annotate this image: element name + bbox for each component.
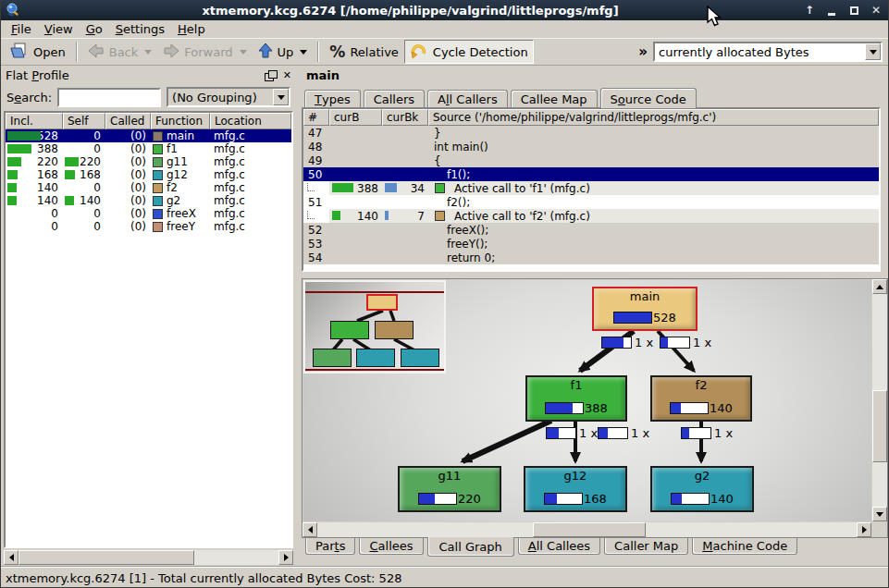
dock-close-icon[interactable]: ✕ [283,69,291,81]
tab-source-code[interactable]: Source Code [600,88,697,108]
active-call-line[interactable]: 388 34 Active call to 'f1' (mfg.c) [303,181,879,195]
tab-caller-map[interactable]: Caller Map [604,538,688,555]
shade-window-icon[interactable]: ↑ [802,3,817,18]
call-graph-canvas[interactable]: main 528 f1 388 f2 140 g11 220 [303,280,871,521]
table-row[interactable]: 220 220 (0) g11 mfg.c [6,155,291,168]
graph-node-g12[interactable]: g12 168 [524,466,627,512]
forward-dropdown-icon[interactable] [240,50,247,55]
tab-machine-code[interactable]: Machine Code [692,538,797,555]
search-input[interactable] [57,88,161,107]
source-line[interactable]: 47 } [303,126,879,140]
scrollbar-track[interactable] [194,550,278,565]
vertical-scrollbar[interactable] [872,279,887,521]
scrollbar-thumb[interactable] [533,522,646,537]
table-row[interactable]: 168 168 (0) g12 mfg.c [6,168,291,181]
menu-help[interactable]: Help [171,21,212,37]
source-line[interactable]: 53 freeY(); [303,237,879,251]
combo-dropdown-button[interactable] [273,89,289,105]
tree-branch-icon [307,211,315,219]
scroll-up-button[interactable] [872,279,887,294]
graph-overview-minimap[interactable] [303,280,446,374]
tab-types[interactable]: Types [304,90,361,107]
horizontal-scrollbar[interactable] [4,550,293,565]
source-line[interactable]: 48 int main() [303,140,879,153]
scroll-left-button[interactable] [4,550,19,565]
back-dropdown-icon[interactable] [144,50,152,55]
edge-label-main-f2[interactable]: 1 x [660,336,711,349]
scrollbar-thumb[interactable] [19,550,194,565]
graph-node-label: g2 [695,469,710,483]
maximize-icon[interactable] [846,3,861,18]
column-header-function[interactable]: Function [151,113,210,129]
source-line[interactable]: 52 freeX(); [303,223,879,237]
scroll-right-button[interactable] [857,522,871,537]
graph-node-g2[interactable]: g2 140 [650,466,754,512]
scroll-right-button[interactable] [278,550,293,565]
scroll-left-button[interactable] [303,522,317,537]
edge-label-f1-g11[interactable]: 1 x [546,426,598,440]
application-window: xtmemory.kcg.6274 [/home/philippe/valgri… [0,0,889,588]
source-line[interactable]: 51 f2(); [303,195,879,209]
selected-function-title: main [302,66,888,87]
up-button[interactable]: Up [253,40,314,64]
menu-settings[interactable]: Settings [109,21,171,37]
scrollbar-thumb[interactable] [872,390,887,462]
column-header-source[interactable]: Source ('/home/philippe/valgrind/littlep… [428,109,879,126]
graph-node-f1[interactable]: f1 388 [525,375,627,422]
up-dropdown-icon[interactable] [300,50,307,55]
call-count: 1 x [635,336,653,349]
horizontal-splitter[interactable] [302,272,888,278]
table-row[interactable]: 140 140 (0) g2 mfg.c [6,194,291,207]
menu-go[interactable]: Go [80,21,109,37]
graph-node-main[interactable]: main 528 [592,287,698,331]
cycle-detection-button[interactable]: Cycle Detection [404,40,534,64]
back-button[interactable]: Back [82,40,158,64]
tab-callers[interactable]: Callers [364,90,425,107]
forward-button[interactable]: Forward [157,40,252,64]
column-header-self[interactable]: Self [63,113,105,129]
active-call-line[interactable]: 140 7 Active call to 'f2' (mfg.c) [303,209,879,223]
edge-label-f2-g2[interactable]: 1 x [681,426,733,440]
table-row[interactable]: 140 0 (0) f2 mfg.c [6,181,291,194]
horizontal-scrollbar[interactable] [303,522,871,537]
source-line-selected[interactable]: 50 f1(); [303,167,879,181]
open-button[interactable]: Open [5,40,71,64]
column-header-incl[interactable]: Incl. [6,113,63,129]
graph-node-g11[interactable]: g11 220 [398,466,501,512]
minimize-icon[interactable] [824,3,839,18]
column-header-location[interactable]: Location [210,113,291,129]
close-icon[interactable]: ✕ [869,3,883,18]
titlebar[interactable]: xtmemory.kcg.6274 [/home/philippe/valgri… [1,0,888,20]
toolbar-overflow-chevron[interactable]: » [638,43,648,60]
grouping-select[interactable]: (No Grouping) [167,87,290,107]
graph-node-f2[interactable]: f2 140 [650,375,752,422]
tab-callees[interactable]: Callees [359,538,423,555]
event-type-select[interactable]: currently allocated Bytes [653,42,883,62]
function-name: f1 [167,142,178,155]
table-row[interactable]: 528 0 (0) main mfg.c [6,129,291,142]
forward-label: Forward [184,45,232,59]
edge-label-f1-g12[interactable]: 1 x [598,426,649,440]
tab-all-callees[interactable]: All Callees [518,538,600,555]
column-header-curbk[interactable]: curBk [382,109,428,126]
table-row[interactable]: 0 0 (0) freeY mfg.c [6,220,291,233]
code-text: freeY(); [428,238,488,251]
tab-callee-map[interactable]: Callee Map [511,90,598,107]
float-dock-icon[interactable] [265,70,276,80]
scroll-down-button[interactable] [872,507,887,521]
edge-label-main-f1[interactable]: 1 x [601,336,653,349]
source-line[interactable]: 49 { [303,153,879,167]
relative-toggle-button[interactable]: % Relative [324,40,403,64]
table-row[interactable]: 0 0 (0) freeX mfg.c [6,207,291,220]
table-row[interactable]: 388 0 (0) f1 mfg.c [6,142,291,155]
column-header-line[interactable]: # [303,109,329,126]
column-header-called[interactable]: Called [105,113,151,129]
source-line[interactable]: 54 return 0; [303,251,879,264]
combo-dropdown-button[interactable] [865,43,881,60]
menu-view[interactable]: View [38,21,80,37]
tab-all-callers[interactable]: All Callers [427,90,508,107]
tab-call-graph[interactable]: Call Graph [427,537,514,557]
column-header-curb[interactable]: curB [329,109,382,126]
tab-parts[interactable]: Parts [305,538,355,555]
menu-file[interactable]: File [5,21,38,37]
